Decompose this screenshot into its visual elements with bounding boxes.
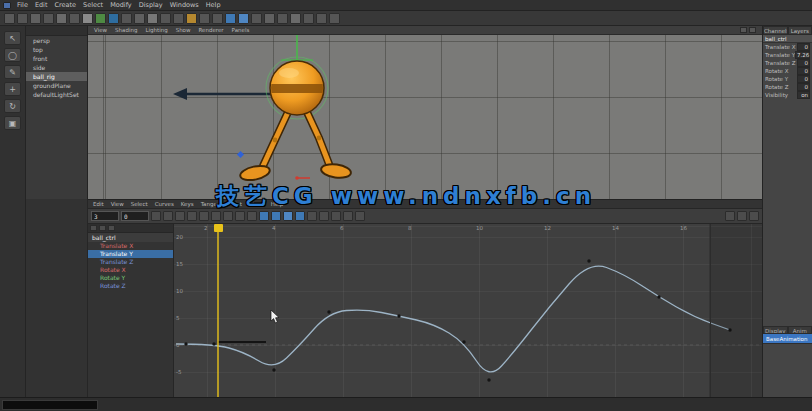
keyframe-6[interactable] [487,378,490,381]
ge-menu-show[interactable]: Show [249,201,264,207]
move-key-tool-icon[interactable] [151,211,161,221]
outliner-item-groundplane[interactable]: groundPlane [26,81,87,90]
keyframe-5[interactable] [462,340,465,343]
ge-channel-header[interactable]: ball_ctrl [88,233,173,242]
shelf-icon-25[interactable] [329,13,340,24]
vp-menu-lighting[interactable]: Lighting [145,27,167,33]
shelf-icon-13[interactable] [173,13,184,24]
ge-menu-list[interactable]: List [232,201,242,207]
shelf-icon-5[interactable] [69,13,80,24]
menu-file[interactable]: File [17,0,28,11]
shelf-icon-12[interactable] [160,13,171,24]
center-view-icon[interactable] [235,211,245,221]
ge-channel-rotate-y[interactable]: Rotate Y [88,274,173,282]
ge-menu-curves[interactable]: Curves [155,201,174,207]
linear-tangent-icon[interactable] [283,211,293,221]
lasso-tool-icon[interactable]: ◯ [4,48,21,62]
channel-value-field[interactable]: 0 [797,83,810,91]
shelf-icon-14[interactable] [186,13,197,24]
playhead-marker[interactable] [214,224,223,232]
curve-graph-area[interactable]: 246810121416 20151050-5-10 [174,224,762,397]
channel-row-rotate-x[interactable]: Rotate X0 [763,67,812,75]
channel-value-field[interactable]: 0 [797,43,810,51]
channel-value-field[interactable]: 7.26 [795,51,810,59]
pin-icon[interactable] [99,225,106,231]
vp-menu-panels[interactable]: Panels [232,27,250,33]
outliner-item-persp[interactable]: persp [26,36,87,45]
flat-tangent-icon[interactable] [295,211,305,221]
outliner-item-side[interactable]: side [26,63,87,72]
channel-row-translate-y[interactable]: Translate Y7.26 [763,51,812,59]
viewport-canvas[interactable] [88,26,762,199]
select-tool-icon[interactable]: ↖ [4,31,21,45]
ge-channel-translate-z[interactable]: Translate Z [88,258,173,266]
vp-menu-view[interactable]: View [94,27,107,33]
outliner-item-front[interactable]: front [26,54,87,63]
time-snap-icon[interactable] [725,211,735,221]
layer-tab-anim[interactable]: Anim [788,326,812,334]
break-tangent-icon[interactable] [355,211,365,221]
outliner-item-defaultlightset[interactable]: defaultLightSet [26,90,87,99]
layer-row-baseanimation[interactable]: BaseAnimation [763,334,812,344]
shelf-icon-2[interactable] [30,13,41,24]
shelf-icon-6[interactable] [82,13,93,24]
channel-row-rotate-y[interactable]: Rotate Y0 [763,75,812,83]
spline-tangent-icon[interactable] [259,211,269,221]
shelf-icon-0[interactable] [4,13,15,24]
shelf-icon-22[interactable] [290,13,301,24]
menu-help[interactable]: Help [206,0,221,11]
ge-value-stat-field[interactable] [121,211,149,221]
step-tangent-icon[interactable] [307,211,317,221]
animation-curve[interactable] [176,266,730,372]
plateau-tangent-icon[interactable] [319,211,329,221]
channel-row-translate-z[interactable]: Translate Z0 [763,59,812,67]
shelf-icon-3[interactable] [43,13,54,24]
menu-display[interactable]: Display [139,0,163,11]
ge-channel-rotate-x[interactable]: Rotate X [88,266,173,274]
menu-select[interactable]: Select [83,0,103,11]
keyframe-2[interactable] [272,368,275,371]
channel-value-field[interactable]: on [797,91,810,99]
keyframe-1[interactable] [212,342,215,345]
shelf-icon-1[interactable] [17,13,28,24]
channel-value-field[interactable]: 0 [797,75,810,83]
shelf-icon-4[interactable] [56,13,67,24]
menu-edit[interactable]: Edit [35,0,48,11]
ge-frame-stat-field[interactable] [91,211,119,221]
shelf-icon-9[interactable] [121,13,132,24]
channel-value-field[interactable]: 0 [797,67,810,75]
channel-row-rotate-z[interactable]: Rotate Z0 [763,83,812,91]
keyframe-7[interactable] [587,259,590,262]
shelf-icon-7[interactable] [95,13,106,24]
swap-buffer-icon[interactable] [343,211,353,221]
retime-tool-icon[interactable] [199,211,209,221]
isolate-icon[interactable] [108,225,115,231]
outliner-item-top[interactable]: top [26,45,87,54]
buffer-snapshot-icon[interactable] [331,211,341,221]
channel-row-translate-x[interactable]: Translate X0 [763,43,812,51]
paint-select-tool-icon[interactable]: ✎ [4,65,21,79]
ge-menu-edit[interactable]: Edit [93,201,104,207]
insert-key-tool-icon[interactable] [163,211,173,221]
shelf-icon-15[interactable] [199,13,210,24]
shelf-icon-20[interactable] [264,13,275,24]
ge-channel-rotate-z[interactable]: Rotate Z [88,282,173,290]
frame-playback-icon[interactable] [223,211,233,221]
shelf-icon-10[interactable] [134,13,145,24]
pin-channel-icon[interactable] [749,211,759,221]
ge-menu-select[interactable]: Select [131,201,148,207]
ge-menu-keys[interactable]: Keys [181,201,194,207]
auto-tangent-icon[interactable] [247,211,257,221]
shelf-icon-11[interactable] [147,13,158,24]
layer-tab-display[interactable]: Display [763,326,788,334]
channel-value-field[interactable]: 0 [797,59,810,67]
lattice-deform-icon[interactable] [175,211,185,221]
shelf-icon-17[interactable] [225,13,236,24]
menu-windows[interactable]: Windows [170,0,199,11]
channel-row-visibility[interactable]: Visibilityon [763,91,812,99]
dock-tab-channels[interactable]: Channels [763,26,788,35]
value-snap-icon[interactable] [737,211,747,221]
shelf-icon-8[interactable] [108,13,119,24]
ge-channel-translate-y[interactable]: Translate Y [88,250,173,258]
character-legs[interactable] [239,110,352,182]
